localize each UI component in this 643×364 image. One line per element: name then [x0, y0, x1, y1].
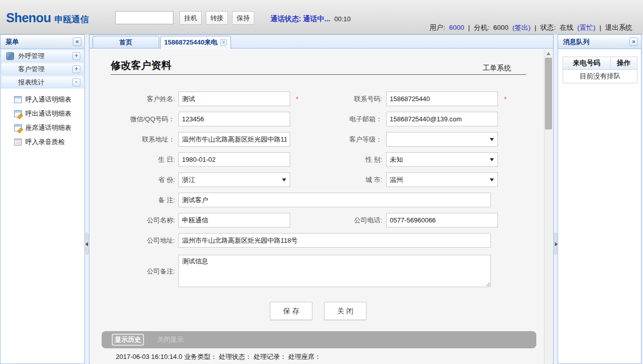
name-input[interactable] — [178, 92, 290, 106]
set-busy-link[interactable]: (置忙) — [577, 24, 595, 31]
sidebar: 菜单 « 外呼管理 + 客户管理 + 报表统计 - 呼入通话明细表 呼出通话明细… — [0, 34, 85, 364]
sidebar-menu-list: 呼入通话明细表 呼出通话明细表 座席通话明细表 呼入录音质检 — [1, 88, 84, 149]
hide-history-button[interactable]: 关闭显示 — [157, 335, 183, 344]
phone-input[interactable] — [386, 92, 498, 106]
expand-plus-icon[interactable]: + — [72, 52, 80, 60]
sidebar-item-label: 呼出通话明细表 — [25, 109, 71, 118]
sidebar-collapse-icon[interactable]: « — [73, 37, 81, 46]
gender-label: 性 别: — [302, 152, 382, 167]
dropdown-arrow-icon — [490, 158, 494, 161]
address-label: 联系地址： — [90, 132, 175, 147]
tab-close-icon[interactable]: × — [220, 39, 227, 46]
hold-button[interactable]: 保持 — [232, 11, 254, 25]
separator: | — [600, 24, 602, 31]
queue-table: 来电号码 操作 目前没有排队 — [563, 57, 637, 83]
business-type-label: 业务类型： — [184, 353, 217, 360]
user-info-bar: 用户: 6000 | 分机: 6000 (签出) | 状态: 在线 (置忙) |… — [429, 23, 633, 32]
company-address-input[interactable] — [178, 233, 491, 248]
hangup-button[interactable]: 挂机 — [179, 11, 202, 25]
sidebar-item-agent-call-report[interactable]: 座席通话明细表 — [1, 121, 84, 135]
required-asterisk: * — [296, 92, 298, 106]
left-splitter-handle[interactable] — [85, 233, 88, 255]
email-input[interactable] — [386, 112, 498, 126]
work-order-link[interactable]: 工单系统 — [483, 64, 511, 73]
province-value: 浙江 — [182, 173, 195, 187]
sidebar-header: 菜单 « — [1, 35, 84, 49]
message-queue-panel: 消息队列 » 来电号码 操作 目前没有排队 — [558, 34, 641, 364]
logo-text-cn: 申瓯通信 — [55, 15, 89, 24]
queue-empty-row: 目前没有排队 — [563, 70, 637, 83]
company-remark-textarea[interactable]: 测试信息 — [178, 255, 491, 287]
save-button[interactable]: 保 存 — [270, 302, 312, 320]
title-divider — [111, 74, 526, 75]
show-history-button[interactable]: 显示历史 — [112, 334, 144, 346]
handle-status-label: 处理状态： — [219, 353, 252, 360]
wechat-label: 微信/QQ号码： — [90, 112, 175, 126]
company-name-label: 公司名称: — [90, 213, 175, 228]
scroll-up-arrow-icon[interactable] — [546, 52, 550, 55]
sidebar-item-inbound-recording-qc[interactable]: 呼入录音质检 — [1, 135, 84, 149]
column-caller-number: 来电号码 — [563, 57, 611, 69]
call-status: 通话状态: 通话中...00:10 — [270, 15, 351, 24]
province-label: 省 份: — [90, 172, 175, 187]
city-value: 温州 — [390, 173, 403, 187]
left-splitter[interactable] — [85, 34, 89, 364]
right-splitter[interactable] — [554, 34, 558, 364]
company-remark-label: 公司备注: — [90, 264, 175, 279]
birthday-input[interactable] — [178, 152, 290, 167]
logo-text-en: Shenou — [6, 11, 51, 25]
extension-label: 分机: — [474, 24, 489, 31]
right-splitter-handle[interactable] — [554, 233, 557, 255]
user-id-link[interactable]: 6000 — [449, 24, 464, 31]
gender-select[interactable]: 未知 — [386, 152, 498, 167]
sidebar-group-outbound[interactable]: 外呼管理 + — [1, 50, 84, 62]
signout-link[interactable]: (签出) — [513, 24, 531, 31]
panel-expand-icon[interactable]: » — [629, 37, 638, 46]
province-select[interactable]: 浙江 — [178, 172, 290, 187]
gender-value: 未知 — [390, 153, 403, 166]
queue-table-header: 来电号码 操作 — [563, 57, 637, 70]
call-status-text: 通话状态: 通话中... — [270, 15, 330, 23]
column-action: 操作 — [611, 57, 637, 69]
dial-number-input[interactable] — [115, 11, 173, 24]
city-select[interactable]: 温州 — [386, 172, 498, 187]
tab-incoming-call[interactable]: 15868725440来电× — [160, 36, 231, 49]
address-input[interactable] — [178, 132, 290, 147]
main-panel: 首页 15868725440来电× 修改客户资料 工单系统 客户姓名: * 联系… — [89, 34, 554, 364]
sidebar-item-inbound-call-report[interactable]: 呼入通话明细表 — [1, 93, 84, 107]
collapse-minus-icon[interactable]: - — [72, 78, 80, 86]
logout-link[interactable]: 退出系统 — [605, 24, 632, 31]
transfer-button[interactable]: 转接 — [206, 11, 228, 25]
birthday-label: 生 日: — [90, 152, 175, 167]
history-toolbar: 显示历史 关闭显示 — [102, 331, 536, 348]
document-icon — [14, 139, 22, 146]
sidebar-group-label: 外呼管理 — [18, 52, 44, 60]
wechat-input[interactable] — [178, 112, 290, 126]
scrollbar-thumb[interactable] — [545, 58, 552, 129]
close-button[interactable]: 关 闭 — [324, 302, 366, 320]
customer-level-label: 客户等级： — [302, 132, 382, 147]
company-address-label: 公司地址: — [90, 233, 175, 248]
remark-input[interactable] — [178, 193, 491, 207]
customer-level-select[interactable] — [386, 132, 498, 147]
company-phone-input[interactable] — [386, 213, 498, 228]
separator: | — [468, 24, 470, 31]
sidebar-group-reports[interactable]: 报表统计 - — [1, 76, 84, 88]
extension-value: 6000 — [493, 24, 509, 31]
status-value: 在线 — [560, 24, 573, 31]
sidebar-group-customers[interactable]: 客户管理 + — [1, 63, 84, 75]
status-label: 状态: — [540, 24, 556, 31]
separator: | — [534, 24, 536, 31]
vertical-scrollbar[interactable] — [544, 49, 553, 364]
user-label: 用户: — [430, 24, 445, 31]
handle-record-label: 处理记录： — [253, 353, 286, 360]
sidebar-item-label: 呼入录音质检 — [25, 138, 65, 147]
name-label: 客户姓名: — [90, 92, 175, 106]
tab-bar: 首页 15868725440来电× — [89, 35, 553, 49]
tab-home[interactable]: 首页 — [93, 36, 159, 49]
history-record-time: 2017-06-03 16:10:14.0 — [116, 353, 182, 360]
page-title: 修改客户资料 — [111, 59, 171, 72]
company-name-input[interactable] — [178, 213, 290, 228]
expand-plus-icon[interactable]: + — [72, 65, 80, 73]
sidebar-item-outbound-call-report[interactable]: 呼出通话明细表 — [1, 107, 84, 121]
